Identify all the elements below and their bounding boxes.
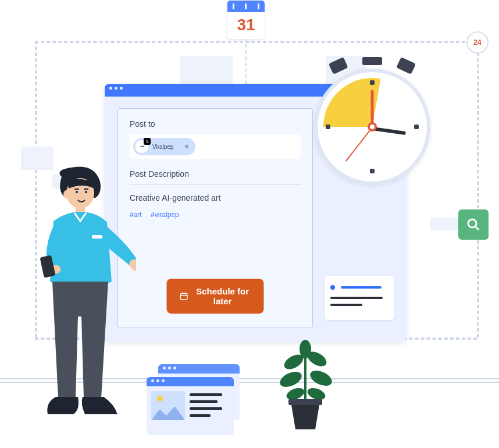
search-button[interactable] xyxy=(458,209,489,240)
svg-point-16 xyxy=(76,191,78,193)
person-illustration xyxy=(20,165,136,433)
svg-point-8 xyxy=(277,369,304,390)
account-selector[interactable]: ••• 𝕏 Viralpep × xyxy=(130,134,301,159)
hashtag[interactable]: #viralpep xyxy=(151,211,179,219)
compose-panel: Post to ••• 𝕏 Viralpep × Post Descriptio… xyxy=(117,108,313,328)
decorative-connector xyxy=(245,32,247,84)
decorative-dashed-line xyxy=(477,41,479,337)
svg-rect-18 xyxy=(74,189,79,190)
clock-face xyxy=(314,69,430,185)
calendar-icon xyxy=(180,290,188,302)
account-avatar: ••• 𝕏 xyxy=(135,140,149,154)
text-line xyxy=(190,400,218,403)
bullet-icon xyxy=(330,285,335,290)
24-hour-label: 24 xyxy=(473,38,481,47)
account-chip[interactable]: ••• 𝕏 Viralpep × xyxy=(133,138,195,155)
search-rail xyxy=(430,218,458,230)
24-hour-badge: 24 xyxy=(466,31,489,54)
account-name: Viralpep xyxy=(152,144,174,150)
post-description-text[interactable]: Creative AI-generated art xyxy=(130,193,301,202)
post-preview-card xyxy=(325,276,394,320)
schedule-button-label: Schedule for later xyxy=(194,286,251,306)
svg-rect-19 xyxy=(84,189,88,190)
stopwatch-button-icon xyxy=(396,57,416,74)
svg-rect-21 xyxy=(92,235,102,239)
svg-point-10 xyxy=(300,340,311,358)
calendar-day-number: 31 xyxy=(227,12,265,39)
window-controls-icon xyxy=(151,379,165,382)
stopwatch-button-icon xyxy=(329,57,348,74)
svg-point-4 xyxy=(468,219,476,227)
clock-center-icon xyxy=(368,122,377,131)
preview-line xyxy=(330,297,383,299)
window-controls-icon xyxy=(109,87,123,90)
calendar-date-badge: 31 xyxy=(227,0,265,40)
post-description-label: Post Description xyxy=(130,169,301,179)
hashtag-list: #art #viralpep xyxy=(130,211,301,219)
media-card xyxy=(147,377,234,435)
media-cards-illustration xyxy=(147,364,245,434)
svg-point-17 xyxy=(85,191,87,193)
stopwatch-crown-icon xyxy=(362,57,382,65)
preview-line xyxy=(341,286,382,289)
x-twitter-icon: 𝕏 xyxy=(144,138,151,145)
svg-line-5 xyxy=(475,226,479,230)
post-to-label: Post to xyxy=(130,119,301,129)
schedule-for-later-button[interactable]: Schedule for later xyxy=(167,279,264,314)
calendar-icon xyxy=(227,1,265,12)
window-controls-icon xyxy=(163,367,176,369)
search-icon xyxy=(466,218,480,232)
image-thumbnail-icon xyxy=(151,391,185,420)
plant-illustration xyxy=(268,333,343,432)
divider xyxy=(130,184,301,185)
svg-point-9 xyxy=(308,368,334,389)
stopwatch-illustration xyxy=(308,58,436,198)
decorative-dashed-line xyxy=(35,41,477,43)
text-line xyxy=(190,414,211,417)
text-line xyxy=(190,393,222,396)
svg-rect-13 xyxy=(288,399,322,405)
text-line xyxy=(190,407,222,410)
svg-point-15 xyxy=(63,190,69,198)
preview-line xyxy=(330,304,362,306)
window-tab xyxy=(180,56,233,84)
svg-rect-0 xyxy=(180,294,187,300)
remove-account-button[interactable]: × xyxy=(183,143,191,151)
